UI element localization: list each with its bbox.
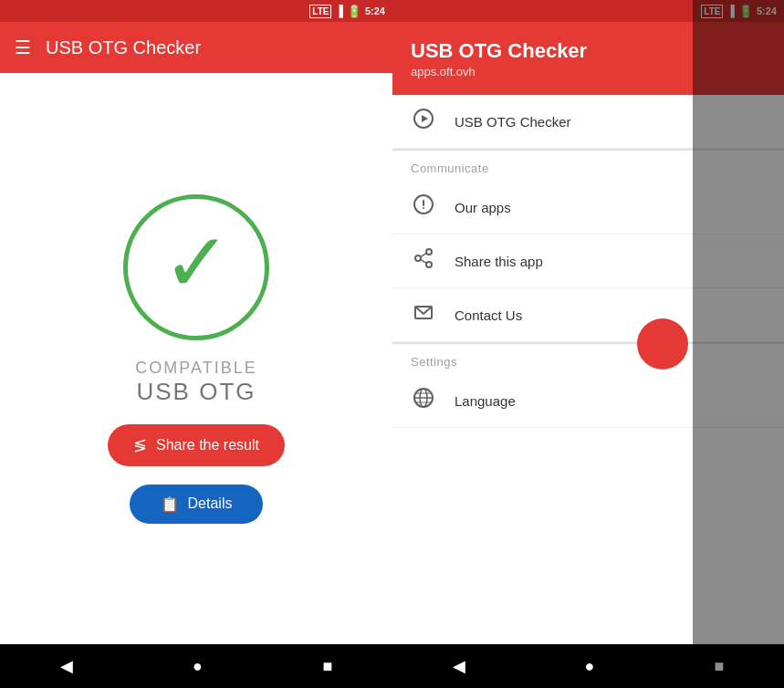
back-button-right[interactable]: ◀ bbox=[453, 656, 465, 676]
compatible-label: COMPATIBLE bbox=[135, 359, 256, 378]
check-circle: ✓ bbox=[123, 194, 269, 340]
svg-point-7 bbox=[426, 262, 432, 267]
hamburger-icon[interactable]: ☰ bbox=[15, 36, 31, 58]
drawer-item-our-apps[interactable]: Our apps bbox=[392, 181, 784, 235]
toolbar-title-left: USB OTG Checker bbox=[46, 37, 201, 58]
share-icon: ≶ bbox=[133, 435, 147, 455]
svg-line-8 bbox=[421, 253, 427, 256]
drawer-subtitle: apps.oft.ovh bbox=[411, 65, 766, 78]
time-right: 5:24 bbox=[757, 5, 777, 16]
drawer-item-share-app[interactable]: Share this app bbox=[392, 235, 784, 288]
drawer-item-usb-otg-checker[interactable]: USB OTG Checker bbox=[392, 95, 784, 149]
our-apps-label: Our apps bbox=[455, 200, 511, 215]
details-label: Details bbox=[188, 495, 233, 512]
svg-point-6 bbox=[415, 255, 421, 261]
signal-icon-left: ▐ bbox=[335, 5, 343, 17]
compatible-text: COMPATIBLE USB OTG bbox=[135, 359, 256, 406]
share-this-app-label: Share this app bbox=[455, 254, 543, 269]
nav-bar-right: ◀ ● ■ bbox=[392, 644, 784, 688]
battery-icon-right: 🔋 bbox=[738, 5, 753, 18]
status-bar-left: LTE ▐ 🔋 5:24 bbox=[0, 0, 392, 22]
signal-icon-right: ▐ bbox=[727, 5, 735, 17]
left-panel: LTE ▐ 🔋 5:24 ☰ USB OTG Checker ✓ COMPATI… bbox=[0, 0, 392, 688]
recent-button-right[interactable]: ■ bbox=[715, 657, 725, 676]
usb-otg-checker-label: USB OTG Checker bbox=[455, 114, 571, 130]
time-left: 5:24 bbox=[365, 5, 385, 16]
back-button-left[interactable]: ◀ bbox=[60, 656, 73, 676]
lte-indicator-left: LTE bbox=[309, 5, 331, 18]
status-bar-right: LTE ▐ 🔋 5:24 bbox=[392, 0, 784, 22]
svg-line-9 bbox=[421, 259, 427, 263]
settings-section-header: Settings bbox=[392, 343, 784, 374]
home-button-right[interactable]: ● bbox=[585, 657, 595, 676]
svg-point-5 bbox=[426, 249, 432, 255]
usb-otg-label: USB OTG bbox=[135, 378, 256, 406]
checkmark-icon: ✓ bbox=[162, 222, 231, 304]
language-label: Language bbox=[455, 393, 516, 409]
play-circle-icon bbox=[411, 108, 436, 135]
nav-bar-left: ◀ ● ■ bbox=[0, 644, 392, 688]
details-icon: 📋 bbox=[161, 495, 179, 513]
mail-icon bbox=[411, 301, 436, 328]
drawer-item-contact-us[interactable]: Contact Us bbox=[392, 288, 784, 342]
communicate-section-header: Communicate bbox=[392, 150, 784, 181]
share-result-label: Share the result bbox=[156, 437, 259, 453]
drawer-header: USB OTG Checker apps.oft.ovh bbox=[392, 22, 784, 95]
svg-point-4 bbox=[423, 207, 424, 209]
contact-us-label: Contact Us bbox=[455, 308, 522, 323]
battery-icon-left: 🔋 bbox=[347, 5, 361, 18]
svg-marker-1 bbox=[422, 115, 428, 122]
main-content: ✓ COMPATIBLE USB OTG ≶ Share the result … bbox=[0, 73, 392, 644]
drawer-title: USB OTG Checker bbox=[411, 39, 766, 63]
globe-icon bbox=[411, 387, 436, 414]
recent-button-left[interactable]: ■ bbox=[322, 657, 332, 676]
toolbar-left: ☰ USB OTG Checker bbox=[0, 22, 392, 73]
share-icon bbox=[411, 247, 436, 275]
details-button[interactable]: 📋 Details bbox=[130, 485, 264, 524]
right-panel: LTE ▐ 🔋 5:24 USB OTG Checker apps.oft.ov… bbox=[392, 0, 784, 688]
fab-button[interactable] bbox=[637, 318, 688, 370]
share-result-button[interactable]: ≶ Share the result bbox=[108, 424, 285, 466]
drawer-list: USB OTG Checker Communicate Our apps bbox=[392, 95, 784, 644]
home-button-left[interactable]: ● bbox=[193, 657, 203, 676]
drawer-item-language[interactable]: Language bbox=[392, 374, 784, 428]
lte-indicator-right: LTE bbox=[701, 5, 723, 18]
exclamation-icon bbox=[411, 193, 436, 221]
